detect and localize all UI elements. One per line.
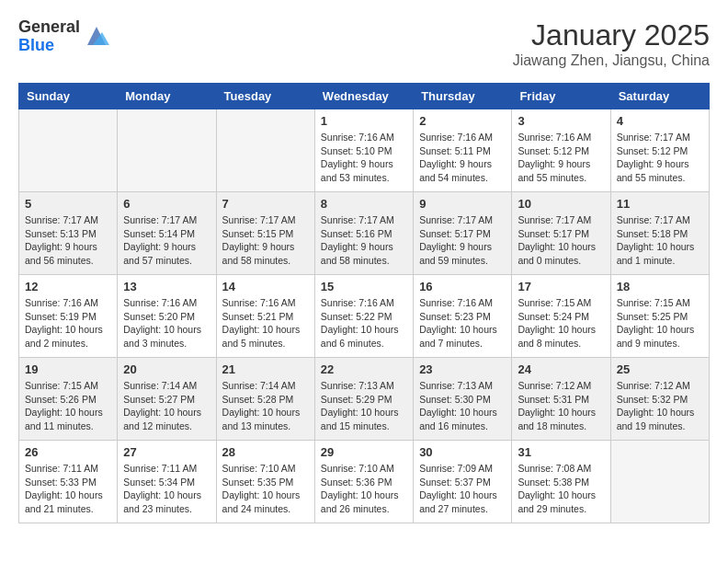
cell-info: Sunrise: 7:17 AM Sunset: 5:18 PM Dayligh…	[617, 213, 703, 268]
cell-info: Sunrise: 7:11 AM Sunset: 5:33 PM Dayligh…	[25, 462, 111, 516]
cal-cell: 29Sunrise: 7:10 AM Sunset: 5:36 PM Dayli…	[314, 441, 413, 523]
week-row-2: 5Sunrise: 7:17 AM Sunset: 5:13 PM Daylig…	[19, 192, 710, 275]
cell-info: Sunrise: 7:16 AM Sunset: 5:10 PM Dayligh…	[321, 131, 407, 185]
cal-cell: 30Sunrise: 7:09 AM Sunset: 5:37 PM Dayli…	[414, 441, 512, 523]
cell-info: Sunrise: 7:10 AM Sunset: 5:36 PM Dayligh…	[321, 462, 407, 516]
day-number: 5	[25, 197, 111, 211]
cell-info: Sunrise: 7:13 AM Sunset: 5:30 PM Dayligh…	[419, 379, 506, 433]
cell-info: Sunrise: 7:15 AM Sunset: 5:26 PM Dayligh…	[25, 379, 111, 433]
day-number: 14	[222, 280, 309, 293]
logo-icon	[84, 23, 109, 52]
cal-cell: 8Sunrise: 7:17 AM Sunset: 5:16 PM Daylig…	[314, 192, 413, 275]
day-number: 7	[222, 197, 309, 211]
day-number: 2	[419, 114, 506, 128]
cell-info: Sunrise: 7:08 AM Sunset: 5:38 PM Dayligh…	[518, 462, 604, 516]
day-number: 12	[25, 280, 111, 293]
cal-cell: 1Sunrise: 7:16 AM Sunset: 5:10 PM Daylig…	[314, 109, 413, 192]
day-number: 17	[518, 280, 604, 293]
cal-cell: 17Sunrise: 7:15 AM Sunset: 5:24 PM Dayli…	[512, 275, 610, 358]
cal-cell: 12Sunrise: 7:16 AM Sunset: 5:19 PM Dayli…	[19, 275, 118, 358]
cell-info: Sunrise: 7:17 AM Sunset: 5:17 PM Dayligh…	[419, 213, 506, 268]
cal-cell: 10Sunrise: 7:17 AM Sunset: 5:17 PM Dayli…	[512, 192, 610, 275]
cal-cell: 23Sunrise: 7:13 AM Sunset: 5:30 PM Dayli…	[414, 358, 512, 441]
day-number: 10	[518, 197, 604, 211]
cal-cell: 15Sunrise: 7:16 AM Sunset: 5:22 PM Dayli…	[314, 275, 413, 358]
cell-info: Sunrise: 7:14 AM Sunset: 5:28 PM Dayligh…	[222, 379, 309, 433]
day-header-wednesday: Wednesday	[314, 84, 413, 109]
week-row-4: 19Sunrise: 7:15 AM Sunset: 5:26 PM Dayli…	[19, 358, 710, 441]
cell-info: Sunrise: 7:15 AM Sunset: 5:24 PM Dayligh…	[518, 296, 604, 350]
calendar-subtitle: Jiawang Zhen, Jiangsu, China	[513, 52, 710, 69]
header-row: SundayMondayTuesdayWednesdayThursdayFrid…	[19, 84, 710, 109]
day-number: 26	[25, 445, 111, 459]
cal-cell: 22Sunrise: 7:13 AM Sunset: 5:29 PM Dayli…	[314, 358, 413, 441]
day-header-monday: Monday	[118, 84, 216, 109]
calendar-table: SundayMondayTuesdayWednesdayThursdayFrid…	[18, 83, 710, 523]
cell-info: Sunrise: 7:16 AM Sunset: 5:19 PM Dayligh…	[25, 296, 111, 350]
cell-info: Sunrise: 7:17 AM Sunset: 5:16 PM Dayligh…	[321, 213, 407, 268]
cal-cell: 16Sunrise: 7:16 AM Sunset: 5:23 PM Dayli…	[414, 275, 512, 358]
cell-info: Sunrise: 7:17 AM Sunset: 5:12 PM Dayligh…	[617, 131, 703, 185]
cell-info: Sunrise: 7:11 AM Sunset: 5:34 PM Dayligh…	[123, 462, 210, 516]
cal-cell: 13Sunrise: 7:16 AM Sunset: 5:20 PM Dayli…	[118, 275, 216, 358]
day-header-saturday: Saturday	[610, 84, 709, 109]
day-number: 13	[123, 280, 210, 293]
cal-cell: 28Sunrise: 7:10 AM Sunset: 5:35 PM Dayli…	[216, 441, 314, 523]
day-number: 21	[222, 362, 309, 376]
cal-cell: 5Sunrise: 7:17 AM Sunset: 5:13 PM Daylig…	[19, 192, 118, 275]
cell-info: Sunrise: 7:16 AM Sunset: 5:21 PM Dayligh…	[222, 296, 309, 350]
day-header-sunday: Sunday	[19, 84, 118, 109]
cal-cell: 11Sunrise: 7:17 AM Sunset: 5:18 PM Dayli…	[610, 192, 709, 275]
page-header: General Blue January 2025 Jiawang Zhen, …	[18, 18, 710, 69]
cell-info: Sunrise: 7:17 AM Sunset: 5:13 PM Dayligh…	[25, 213, 111, 268]
cell-info: Sunrise: 7:14 AM Sunset: 5:27 PM Dayligh…	[123, 379, 210, 433]
day-header-thursday: Thursday	[414, 84, 512, 109]
cal-cell: 26Sunrise: 7:11 AM Sunset: 5:33 PM Dayli…	[19, 441, 118, 523]
day-number: 27	[123, 445, 210, 459]
cal-cell: 31Sunrise: 7:08 AM Sunset: 5:38 PM Dayli…	[512, 441, 610, 523]
cal-cell: 3Sunrise: 7:16 AM Sunset: 5:12 PM Daylig…	[512, 109, 610, 192]
title-block: January 2025 Jiawang Zhen, Jiangsu, Chin…	[513, 18, 710, 69]
cal-cell: 18Sunrise: 7:15 AM Sunset: 5:25 PM Dayli…	[610, 275, 709, 358]
cell-info: Sunrise: 7:17 AM Sunset: 5:14 PM Dayligh…	[123, 213, 210, 268]
cal-cell	[610, 441, 709, 523]
cell-info: Sunrise: 7:16 AM Sunset: 5:20 PM Dayligh…	[123, 296, 210, 350]
logo-general-text: General	[18, 18, 80, 37]
day-number: 24	[518, 362, 604, 376]
cal-cell: 4Sunrise: 7:17 AM Sunset: 5:12 PM Daylig…	[610, 109, 709, 192]
cal-cell	[216, 109, 314, 192]
cell-info: Sunrise: 7:16 AM Sunset: 5:12 PM Dayligh…	[518, 131, 604, 185]
day-number: 30	[419, 445, 506, 459]
cell-info: Sunrise: 7:16 AM Sunset: 5:11 PM Dayligh…	[419, 131, 506, 185]
cal-cell: 2Sunrise: 7:16 AM Sunset: 5:11 PM Daylig…	[414, 109, 512, 192]
cell-info: Sunrise: 7:16 AM Sunset: 5:22 PM Dayligh…	[321, 296, 407, 350]
day-number: 18	[617, 280, 703, 293]
cell-info: Sunrise: 7:12 AM Sunset: 5:32 PM Dayligh…	[617, 379, 703, 433]
day-number: 16	[419, 280, 506, 293]
calendar-title: January 2025	[513, 18, 710, 52]
cell-info: Sunrise: 7:16 AM Sunset: 5:23 PM Dayligh…	[419, 296, 506, 350]
day-header-tuesday: Tuesday	[216, 84, 314, 109]
cal-cell	[19, 109, 118, 192]
cal-cell: 9Sunrise: 7:17 AM Sunset: 5:17 PM Daylig…	[414, 192, 512, 275]
day-number: 6	[123, 197, 210, 211]
logo: General Blue	[18, 18, 109, 55]
cell-info: Sunrise: 7:15 AM Sunset: 5:25 PM Dayligh…	[617, 296, 703, 350]
logo-blue-text: Blue	[18, 37, 80, 55]
cal-cell: 25Sunrise: 7:12 AM Sunset: 5:32 PM Dayli…	[610, 358, 709, 441]
cal-cell: 19Sunrise: 7:15 AM Sunset: 5:26 PM Dayli…	[19, 358, 118, 441]
day-number: 1	[321, 114, 407, 128]
day-number: 9	[419, 197, 506, 211]
day-number: 28	[222, 445, 309, 459]
week-row-1: 1Sunrise: 7:16 AM Sunset: 5:10 PM Daylig…	[19, 109, 710, 192]
cell-info: Sunrise: 7:13 AM Sunset: 5:29 PM Dayligh…	[321, 379, 407, 433]
day-number: 4	[617, 114, 703, 128]
cal-cell: 6Sunrise: 7:17 AM Sunset: 5:14 PM Daylig…	[118, 192, 216, 275]
cal-cell: 7Sunrise: 7:17 AM Sunset: 5:15 PM Daylig…	[216, 192, 314, 275]
day-number: 8	[321, 197, 407, 211]
cal-cell: 27Sunrise: 7:11 AM Sunset: 5:34 PM Dayli…	[118, 441, 216, 523]
day-number: 3	[518, 114, 604, 128]
day-header-friday: Friday	[512, 84, 610, 109]
week-row-3: 12Sunrise: 7:16 AM Sunset: 5:19 PM Dayli…	[19, 275, 710, 358]
day-number: 22	[321, 362, 407, 376]
